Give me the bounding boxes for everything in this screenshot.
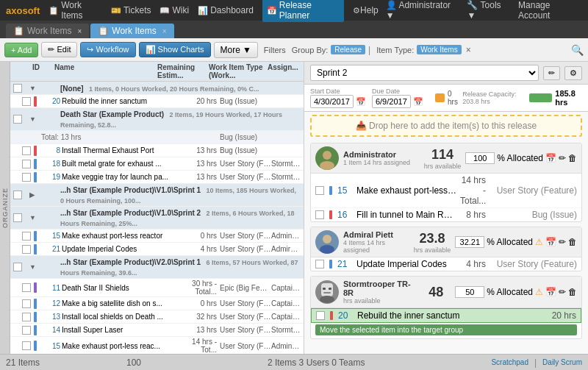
group-none[interactable]: ▼ [None] 1 Items, 0 Hours Worked, 20 Hou… [10,82,304,95]
group-s2-cb[interactable] [13,213,22,222]
item-11-cb[interactable] [22,283,31,292]
drag-target-row[interactable]: 20 Rebuild the inner sanctum 20 hrs [311,308,581,323]
piett-edit-icon[interactable]: ✏ [559,237,566,247]
header-id[interactable]: ID [32,63,54,79]
header-name[interactable]: Name [54,63,157,79]
nav-settings-icon[interactable]: ⚙ [353,6,360,15]
header-est[interactable]: Remaining Estim... [157,63,209,79]
alloc-input-piett[interactable] [455,236,484,248]
user-menu[interactable]: 👤 Administrator ▼ [386,0,460,21]
item-20-cb[interactable] [22,97,31,106]
piett-del-icon[interactable]: 🗑 [568,237,577,247]
admin-edit-icon[interactable]: ✏ [559,153,566,163]
item-12-cb[interactable] [22,299,31,308]
alloc-input-admin[interactable] [465,152,495,164]
item-21a-cb[interactable] [22,245,31,254]
alloc-input-trooper[interactable] [455,286,484,298]
item-14-assign: Stormtro... [271,326,301,334]
list-item[interactable]: 14 Install Super Laser 13 hrs User Story… [10,324,304,337]
group-s1-cb[interactable] [13,191,22,199]
header-assign[interactable]: Assign... [268,63,301,79]
filter-close[interactable]: × [466,45,471,55]
list-item[interactable]: 19 Make veggie tray for launch pa... 13 … [10,171,304,184]
item-13-cb[interactable] [22,313,31,321]
user-alloc-admin: % Allocated 📅 ✏ 🗑 [465,152,577,164]
scratchpad-button[interactable]: Scratchpad [491,358,528,366]
item-14-cb[interactable] [22,326,31,335]
drop-zone[interactable]: 📥 Drop here to add the item(s) to this r… [310,115,582,137]
item-13-assign: Captain P... [271,313,301,321]
due-cal-icon[interactable]: 📅 [413,97,423,107]
list-item[interactable]: 13 Install local shields on Death ... 32… [10,310,304,324]
list-item[interactable]: 16 Fill in tunnel to Main Reactor 8 hrs … [311,208,581,221]
tab-work-items-2[interactable]: 📋 Work Items × [90,24,173,38]
main-area: ORGANIZE ID Name Remaining Estim... Work… [0,62,588,354]
item-15-cb[interactable] [22,232,31,241]
list-item[interactable]: 11 Death Star II Shields 30 hrs - Total.… [10,279,304,297]
admin-del-icon[interactable]: 🗑 [568,153,577,163]
release-tag[interactable]: Release [331,45,365,54]
item-12-assign: Captain P... [271,299,301,307]
add-button[interactable]: + Add [4,43,38,57]
piett-item1-cb[interactable] [315,260,324,268]
tab-close-1[interactable]: × [77,27,82,35]
nav-work-items[interactable]: 📋 Work Items [49,0,102,21]
group-v2s1-cb[interactable] [13,263,22,271]
item-8-cb[interactable] [22,146,31,155]
expand-v2s1-icon[interactable]: ▼ [29,263,37,271]
help-link[interactable]: Help [360,5,379,15]
nav-dashboard[interactable]: 📊 Dashboard [198,5,254,15]
tab-work-items-1[interactable]: 📋 Work Items × [6,24,89,38]
list-item[interactable]: 15 Make exhaust port-less reactor 14 hrs… [311,174,581,208]
group-ds-cb[interactable] [13,115,22,124]
search-icon[interactable]: 🔍 [571,44,584,56]
item-19-cb[interactable] [22,173,31,182]
sprint-edit-btn[interactable]: ✏ [543,66,560,80]
expand-s1-icon[interactable]: ▶ [29,191,37,199]
edit-button[interactable]: ✏ Edit [41,42,77,57]
list-item[interactable]: 15 Make exhaust port-less reac... 14 hrs… [10,337,304,354]
trooper-edit-icon[interactable]: ✏ [559,287,566,297]
show-charts-button[interactable]: 📊 Show Charts [139,42,211,57]
daily-scrum-button[interactable]: Daily Scrum [542,358,582,366]
nav-wiki[interactable]: 📖 Wiki [159,5,189,15]
work-items-tag[interactable]: Work Items [417,45,461,54]
admin-cal-icon[interactable]: 📅 [545,153,556,163]
workflow-button[interactable]: ↪ Workflow [80,42,135,57]
expand-ds-icon[interactable]: ▼ [29,115,37,123]
organize-bar[interactable]: ORGANIZE [0,62,10,354]
list-item[interactable]: 21 Update Imperial Codes 4 hrs User Stor… [10,243,304,256]
group-death-star[interactable]: ▼ Death Star (Example Product) 2 Items, … [10,108,304,131]
group-sprint2[interactable]: ▼ ...h Star (Example Product)\V1.0\Sprin… [10,207,304,230]
sprint-settings-btn[interactable]: ⚙ [564,66,582,80]
list-item[interactable]: 18 Built metal grate for exhaust ... 13 … [10,157,304,171]
admin-item1-cb[interactable] [315,186,324,195]
list-item[interactable]: 8 Install Thermal Exhaust Port 13 hrs Bu… [10,144,304,157]
tools-menu[interactable]: 🔧 Tools ▼ [467,0,511,21]
expand-none-icon[interactable]: ▼ [29,85,37,92]
group-v2-sprint1[interactable]: ▼ ...h Star (Example Product)\V2.0\Sprin… [10,256,304,279]
more-button[interactable]: More ▼ [214,42,258,58]
list-item[interactable]: 15 Make exhaust port-less reactor 0 hrs … [10,230,304,243]
item-15b-cb[interactable] [22,341,31,350]
nav-tickets[interactable]: 🎫 Tickets [111,5,151,15]
trooper-cal-icon[interactable]: 📅 [545,287,556,297]
list-item[interactable]: 21 Update Imperial Codes 4 hrs User Stor… [311,257,581,271]
piett-cal-icon[interactable]: 📅 [545,237,556,247]
nav-release-planner[interactable]: 📅 Release Planner [262,0,344,22]
manage-account-link[interactable]: Manage Account [518,0,582,21]
start-cal-icon[interactable]: 📅 [356,97,366,107]
trooper-drag-cb[interactable] [316,311,325,320]
group-sprint1[interactable]: ▶ ...h Star (Example Product)\V1.0\Sprin… [10,184,304,207]
admin-item2-cb[interactable] [315,210,324,219]
trooper-del-icon[interactable]: 🗑 [568,287,577,297]
list-item[interactable]: 12 Make a big satellite dish on s... 0 h… [10,297,304,310]
list-item[interactable]: 20 Rebuild the inner sanctum 20 hrs Bug … [10,95,304,108]
expand-s2-icon[interactable]: ▼ [29,214,37,221]
item-18-cb[interactable] [22,160,31,168]
tab-close-2[interactable]: × [162,27,167,35]
toolbar: + Add ✏ Edit ↪ Workflow 📊 Show Charts Mo… [0,38,588,62]
header-type[interactable]: Work Item Type (Work... [209,63,268,79]
group-none-cb[interactable] [13,84,22,93]
sprint-select[interactable]: Sprint 2 [310,65,539,81]
